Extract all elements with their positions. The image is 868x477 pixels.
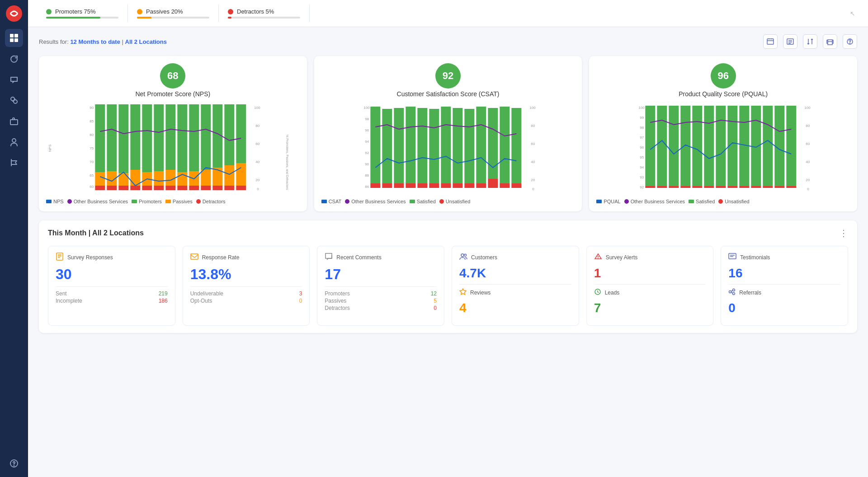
sidebar-item-chat[interactable] <box>5 70 23 89</box>
svg-text:May '22: May '22 <box>763 192 774 192</box>
sidebar-item-help[interactable] <box>5 454 23 472</box>
svg-rect-50 <box>177 104 187 172</box>
leads-value: 7 <box>594 301 706 315</box>
svg-text:80: 80 <box>531 124 535 128</box>
promoters-indicator: Promoters 75% <box>37 5 128 22</box>
nps-chart-title: Net Promoter Score (NPS) <box>46 90 300 98</box>
sidebar-item-person[interactable] <box>5 133 23 151</box>
svg-rect-31 <box>95 186 105 190</box>
referrals-label: Referrals <box>739 290 761 296</box>
svg-text:92: 92 <box>640 185 644 189</box>
sidebar-item-dashboard[interactable] <box>5 29 23 47</box>
csat-score-container: 92 <box>321 63 575 89</box>
svg-rect-100 <box>394 183 404 188</box>
pqual-score: 96 <box>711 63 736 89</box>
survey-responses-value: 30 <box>56 266 168 283</box>
sidebar-item-briefcase[interactable] <box>5 112 23 130</box>
svg-rect-171 <box>775 106 785 186</box>
testimonials-value: 16 <box>728 266 840 281</box>
svg-text:Aug '21: Aug '21 <box>382 192 392 192</box>
svg-text:Jun '22: Jun '22 <box>774 192 784 192</box>
svg-point-195 <box>733 289 735 291</box>
passives-sub-label: Passives <box>325 298 346 304</box>
svg-text:Nov '21: Nov '21 <box>692 192 703 192</box>
nps-chart-svg: 90 85 80 75 70 65 60 100 80 60 40 20 0 <box>57 102 287 192</box>
svg-rect-67 <box>236 186 246 190</box>
svg-text:97: 97 <box>640 136 644 140</box>
svg-text:60: 60 <box>531 142 535 146</box>
svg-rect-101 <box>406 107 415 183</box>
svg-rect-97 <box>382 109 392 183</box>
main-content: Promoters 75% Passives 20% Detractors 5% <box>28 0 868 477</box>
promoters-bar <box>46 17 118 19</box>
sidebar-item-analytics[interactable] <box>5 91 23 109</box>
svg-rect-3 <box>10 38 14 42</box>
svg-text:Sep '21: Sep '21 <box>118 192 129 192</box>
nps-y-label-left: NPS <box>48 145 52 152</box>
calendar-icon[interactable] <box>763 34 778 49</box>
csat-legend-unsatisfied: Unsatisfied <box>446 199 470 204</box>
list-icon[interactable] <box>783 34 797 49</box>
nps-chart-card: 68 Net Promoter Score (NPS) NPS % Promot… <box>39 56 307 211</box>
print-icon[interactable] <box>823 34 837 49</box>
svg-text:94: 94 <box>365 140 369 144</box>
section-title: This Month | All 2 Locations <box>48 229 144 237</box>
promoters-label: Promoters 75% <box>55 8 96 15</box>
svg-text:Oct '21: Oct '21 <box>681 192 691 192</box>
metric-header-leads: Leads <box>594 288 706 297</box>
svg-text:92: 92 <box>365 151 369 155</box>
survey-responses-sub: Sent219 Incomplete186 <box>56 286 168 304</box>
svg-text:Dec '21: Dec '21 <box>429 192 439 192</box>
content-area: Results for: 12 Months to date | All 2 L… <box>28 27 868 477</box>
pqual-chart-svg: 100 99 98 97 96 95 94 93 92 100 80 60 40… <box>607 102 837 192</box>
svg-text:86: 86 <box>365 185 369 189</box>
svg-rect-167 <box>751 106 761 186</box>
detractors-sub-label: Detractors <box>325 305 349 311</box>
metrics-grid: Survey Responses 30 Sent219 Incomplete18… <box>48 246 848 326</box>
optouts-value: 0 <box>299 298 302 304</box>
svg-rect-32 <box>107 104 117 171</box>
csat-chart-card: 92 Customer Satisfaction Score (CSAT) 10… <box>314 56 582 211</box>
help-icon[interactable] <box>843 34 857 49</box>
pqual-legend-satisfied: Satisfied <box>696 199 715 204</box>
svg-text:20: 20 <box>531 178 535 182</box>
svg-text:Jan '22: Jan '22 <box>165 192 175 192</box>
results-locations: All 2 Locations <box>125 38 167 45</box>
svg-rect-162 <box>716 186 726 188</box>
svg-text:100: 100 <box>529 106 536 110</box>
referrals-icon <box>728 288 736 297</box>
detractors-bar-fill <box>228 17 231 19</box>
sort-icon[interactable] <box>803 34 817 49</box>
detractors-label: Detractors 5% <box>237 8 274 15</box>
sidebar-item-flag[interactable] <box>5 154 23 172</box>
svg-text:Aug '21: Aug '21 <box>107 192 118 192</box>
svg-rect-61 <box>212 186 222 190</box>
metric-header-response: Response Rate <box>190 253 302 262</box>
svg-point-15 <box>850 43 850 44</box>
section-menu-button[interactable]: ⋮ <box>839 228 848 238</box>
svg-rect-193 <box>729 253 736 259</box>
svg-rect-34 <box>107 186 117 190</box>
svg-text:Jul '21: Jul '21 <box>646 192 655 192</box>
leads-icon <box>594 288 601 297</box>
app-logo[interactable] <box>5 5 23 23</box>
svg-rect-46 <box>154 186 164 190</box>
passives-sub-value: 5 <box>434 298 437 304</box>
undeliverable-value: 3 <box>299 290 302 297</box>
recent-comments-value: 17 <box>325 266 437 283</box>
svg-rect-102 <box>406 183 415 188</box>
svg-rect-188 <box>57 253 63 260</box>
results-period: 12 Months to date <box>70 38 120 45</box>
svg-rect-152 <box>657 186 667 188</box>
survey-responses-icon <box>56 253 64 262</box>
svg-text:94: 94 <box>640 165 644 169</box>
sidebar-item-refresh[interactable] <box>5 50 23 68</box>
csat-legend-other: Other Business Services <box>351 199 406 204</box>
svg-rect-43 <box>142 186 152 190</box>
nps-legend-detractors: Detractors <box>203 199 226 204</box>
metric-testimonials: Testimonials 16 <box>721 246 848 326</box>
this-month-section: This Month | All 2 Locations ⋮ Survey Re… <box>39 220 857 333</box>
csat-legend: CSAT Other Business Services Satisfied U… <box>321 199 575 204</box>
svg-rect-103 <box>417 108 427 183</box>
svg-text:Oct '21: Oct '21 <box>130 192 140 192</box>
